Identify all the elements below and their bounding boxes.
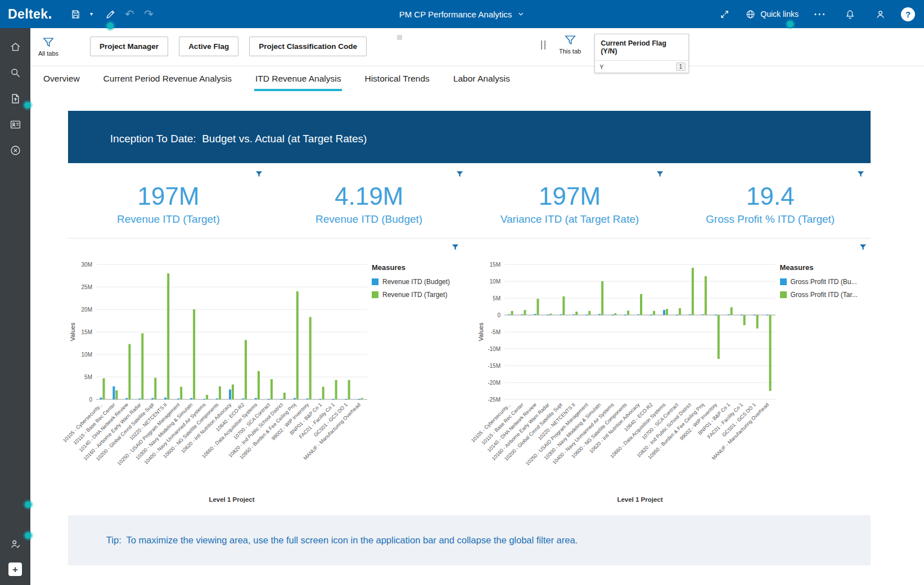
legend-label: Revenue ITD (Target) xyxy=(382,291,447,299)
kpi-label: Variance ITD (at Target Rate) xyxy=(470,213,670,226)
this-tab-label: This tab xyxy=(559,48,581,55)
chart-filter-button[interactable] xyxy=(859,243,867,253)
filter-chip-project-manager[interactable]: Project Manager xyxy=(90,37,168,56)
brand-dot xyxy=(49,16,51,19)
svg-text:15M: 15M xyxy=(82,329,92,335)
filter-funnel-icon xyxy=(255,170,263,178)
legend-item-revenue-budget[interactable]: Revenue ITD (Budget) xyxy=(372,278,456,286)
sidebar-home-button[interactable] xyxy=(4,36,26,57)
chart-filter-button[interactable] xyxy=(451,243,459,253)
notifications-button[interactable] xyxy=(840,4,859,24)
this-tab-filter-section: This tab Current Period Flag (Y/N) Y 1 xyxy=(541,34,689,73)
tab-historical-trends[interactable]: Historical Trends xyxy=(363,66,430,91)
gross-profit-chart-card: -25M-20M-15M-10M-5M05M10M15M10105 - Cybe… xyxy=(476,241,871,510)
sidebar-export-button[interactable] xyxy=(4,88,26,109)
brand-text: Deltek xyxy=(8,7,48,22)
expand-icon xyxy=(719,9,730,20)
report-tabs: Overview Current Period Revenue Analysis… xyxy=(30,66,924,91)
filter-card-count-badge: 1 xyxy=(676,62,686,71)
kpi-revenue-itd-budget: 4.19M Revenue ITD (Budget) xyxy=(269,170,470,226)
bell-icon xyxy=(845,9,855,20)
all-tabs-label: All tabs xyxy=(38,50,58,57)
edit-button[interactable] xyxy=(101,4,120,24)
svg-text:-10M: -10M xyxy=(488,346,501,352)
svg-text:Values: Values xyxy=(69,322,76,341)
kpi-label: Gross Profit % ITD (Target) xyxy=(670,213,871,226)
gross-profit-chart-legend: Measures Gross Profit ITD (Bu... Gross P… xyxy=(780,256,864,304)
kpi-filter-button[interactable] xyxy=(857,170,865,180)
sidebar-search-button[interactable] xyxy=(4,62,26,83)
filter-funnel-icon xyxy=(656,170,664,178)
filter-chips: Project Manager Active Flag Project Clas… xyxy=(90,37,367,56)
legend-item-gross-profit-target[interactable]: Gross Profit ITD (Tar... xyxy=(780,291,864,299)
tab-current-period-revenue-analysis[interactable]: Current Period Revenue Analysis xyxy=(102,66,233,91)
plus-icon: + xyxy=(12,565,18,574)
kpi-filter-button[interactable] xyxy=(456,170,464,180)
coach-mark[interactable] xyxy=(25,501,31,508)
dashboard-page: Inception To Date: Budget vs. Actual (at… xyxy=(30,91,924,585)
filter-splitter-handle[interactable] xyxy=(541,40,546,50)
revenue-bar-chart[interactable]: 05M10M15M20M25M30M10105 - Cybersecurity.… xyxy=(68,256,372,510)
gross-profit-bar-chart[interactable]: -25M-20M-15M-10M-5M05M10M15M10105 - Cybe… xyxy=(476,256,780,510)
application-bar: Deltek ▾ ↶ ↷ PM CP Performance Analytics… xyxy=(0,0,924,28)
more-menu-button[interactable]: ⋯ xyxy=(810,4,829,24)
svg-text:-15M: -15M xyxy=(488,363,501,369)
svg-text:10M: 10M xyxy=(489,278,500,285)
filter-card-value: Y xyxy=(600,64,603,70)
legend-item-gross-profit-budget[interactable]: Gross Profit ITD (Bu... xyxy=(780,278,864,286)
filter-funnel-icon xyxy=(456,170,464,178)
coach-mark[interactable] xyxy=(787,21,794,28)
coach-mark[interactable] xyxy=(24,102,31,109)
svg-text:10140 - DHA Network Review: 10140 - DHA Network Review xyxy=(78,402,130,453)
kpi-gross-profit-pct: 19.4 Gross Profit % ITD (Target) xyxy=(670,170,871,226)
dashboard-title-dropdown[interactable]: PM CP Performance Analytics xyxy=(399,10,525,19)
quick-links-button[interactable]: Quick links xyxy=(745,9,799,20)
undo-button[interactable]: ↶ xyxy=(120,4,139,24)
revenue-chart-card: 05M10M15M20M25M30M10105 - Cybersecurity.… xyxy=(68,241,463,510)
tab-overview[interactable]: Overview xyxy=(42,66,81,91)
sidebar-explore-button[interactable] xyxy=(4,140,26,161)
legend-label: Gross Profit ITD (Tar... xyxy=(791,291,858,299)
topbar-actions: Quick links ⋯ ? xyxy=(715,4,915,24)
sidebar-contacts-button[interactable] xyxy=(4,114,26,135)
tab-itd-revenue-analysis[interactable]: ITD Revenue Analysis xyxy=(254,66,342,91)
kpi-variance-itd: 197M Variance ITD (at Target Rate) xyxy=(470,170,670,226)
filter-card-value-row[interactable]: Y 1 xyxy=(595,61,688,73)
global-filter-bar: All tabs Project Manager Active Flag Pro… xyxy=(30,28,924,66)
export-icon xyxy=(10,93,21,105)
filter-funnel-icon xyxy=(859,243,867,251)
save-menu-caret[interactable]: ▾ xyxy=(82,4,101,24)
quick-links-label: Quick links xyxy=(760,10,799,19)
all-tabs-filter-button[interactable]: All tabs xyxy=(38,36,58,57)
tab-labor-analysis[interactable]: Labor Analysis xyxy=(452,66,511,91)
filter-funnel-icon xyxy=(451,243,459,251)
coach-mark[interactable] xyxy=(25,532,31,539)
sidebar-add-button[interactable]: + xyxy=(8,562,22,576)
legend-swatch xyxy=(372,291,378,298)
svg-text:0: 0 xyxy=(497,312,501,318)
sidebar-profile-check-button[interactable] xyxy=(4,533,26,555)
filter-collapse-handle[interactable] xyxy=(397,35,402,40)
svg-text:10M: 10M xyxy=(82,352,92,358)
legend-label: Revenue ITD (Budget) xyxy=(382,278,450,286)
filter-funnel-icon xyxy=(857,170,865,178)
svg-text:Level 1 Project: Level 1 Project xyxy=(617,496,662,503)
legend-label: Gross Profit ITD (Bu... xyxy=(791,278,857,286)
fullscreen-button[interactable] xyxy=(715,4,734,24)
kpi-filter-button[interactable] xyxy=(255,170,263,180)
legend-swatch xyxy=(372,278,378,285)
revenue-chart-legend: Measures Revenue ITD (Budget) Revenue IT… xyxy=(372,256,456,304)
help-button[interactable]: ? xyxy=(901,7,915,21)
svg-text:15M: 15M xyxy=(489,262,500,268)
this-tab-filter-button[interactable]: This tab xyxy=(559,34,581,55)
legend-item-revenue-target[interactable]: Revenue ITD (Target) xyxy=(372,291,456,299)
content-area: All tabs Project Manager Active Flag Pro… xyxy=(30,28,924,585)
kpi-filter-button[interactable] xyxy=(656,170,664,180)
filter-chip-active-flag[interactable]: Active Flag xyxy=(179,37,238,56)
account-button[interactable] xyxy=(871,4,890,24)
filter-chip-project-classification-code[interactable]: Project Classification Code xyxy=(249,37,367,56)
coach-mark[interactable] xyxy=(107,22,114,29)
save-icon xyxy=(70,9,81,20)
user-check-icon xyxy=(10,538,21,550)
redo-button[interactable]: ↷ xyxy=(139,4,158,24)
